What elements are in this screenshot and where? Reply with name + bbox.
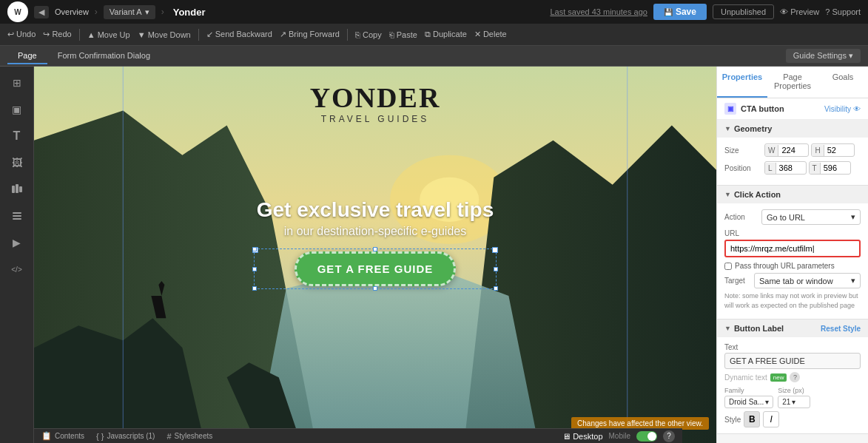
handle-br [494, 286, 498, 291]
nav-arrows: ◀ [34, 6, 49, 18]
redo-button[interactable]: ↪ Redo [43, 30, 71, 39]
button-text-display: GET A FREE GUIDE [724, 353, 861, 369]
tab-form-dialog[interactable]: Form Confirmation Dialog [47, 48, 161, 64]
tab-stylesheets[interactable]: # Stylesheets [166, 432, 212, 441]
click-action-header[interactable]: ▼ Click Action [717, 186, 868, 203]
support-button[interactable]: ? Support [825, 7, 861, 16]
help-button[interactable]: ? [663, 430, 675, 442]
sidebar-icon-section[interactable]: ▣ [5, 98, 29, 121]
page-tabs: Page Form Confirmation Dialog Guide Sett… [0, 46, 868, 67]
duplicate-button[interactable]: ⧉ Duplicate [425, 30, 467, 39]
width-input-group: W [764, 143, 809, 157]
guide-settings-btn[interactable]: Guide Settings ▾ [786, 49, 861, 63]
target-dropdown[interactable]: Same tab or window ▾ [754, 273, 861, 288]
element-header: ▣ CTA button Visibility 👁 [717, 98, 868, 120]
mobile-label: Mobile [609, 432, 630, 440]
family-col: Family Droid Sa... ▾ [724, 387, 773, 408]
canvas-area: YONDER TRAVEL GUIDES Get exclusive trave… [34, 67, 716, 443]
button-label-section: ▼ Button Label Reset Style Text GET A FR… [717, 319, 868, 434]
height-input[interactable] [824, 144, 854, 156]
pass-through-checkbox[interactable] [724, 263, 732, 270]
cta-button[interactable]: GET A FREE GUIDE [295, 251, 457, 286]
undo-button[interactable]: ↩ Undo [7, 30, 36, 39]
style-row: Style B I [724, 411, 861, 427]
size-dropdown[interactable]: 21 ▾ [778, 396, 810, 408]
target-row: Target Same tab or window ▾ [724, 273, 861, 288]
sidebar-icon-image[interactable]: 🖼 [5, 151, 29, 175]
sidebar-icon-play[interactable]: ▶ [5, 231, 29, 254]
paste-button[interactable]: ⎗ Paste [389, 30, 417, 39]
help-icon[interactable]: ? [790, 372, 800, 382]
toggle-knob [647, 432, 656, 441]
back-button[interactable]: ◀ [34, 6, 49, 18]
bring-forward-button[interactable]: ↗ Bring Forward [280, 30, 340, 39]
overview-link[interactable]: Overview [55, 7, 89, 16]
click-action-section: ▼ Click Action Action Go to URL ▾ URL [717, 186, 868, 319]
send-backward-button[interactable]: ↙ Send Backward [206, 30, 272, 39]
tab-properties[interactable]: Properties [717, 67, 767, 98]
tab-page[interactable]: Page [7, 48, 47, 64]
geometry-header[interactable]: ▼ Geometry [717, 120, 868, 138]
w-prefix: W [765, 145, 778, 156]
url-input[interactable] [726, 241, 859, 256]
hero-logo: YONDER TRAVEL GUIDES [310, 81, 441, 124]
save-button[interactable]: Save [653, 4, 707, 20]
tab-goals[interactable]: Goals [818, 67, 868, 98]
pass-through-label: Pass through URL parameters [735, 262, 835, 270]
geometry-title: Geometry [734, 124, 772, 133]
delete-button[interactable]: ✕ Delete [474, 30, 507, 39]
sidebar-icon-grid[interactable]: ⊞ [5, 71, 29, 95]
mobile-toggle[interactable] [636, 431, 657, 442]
action-row: Action Go to URL ▾ [724, 209, 861, 225]
bottom-bar: 📋 Contents { } Javascripts (1) # Stylesh… [34, 428, 682, 443]
button-label-title: Button Label [734, 324, 784, 333]
sidebar-icon-map[interactable] [5, 177, 29, 201]
svg-rect-3 [13, 212, 21, 214]
action-dropdown[interactable]: Go to URL ▾ [761, 209, 861, 225]
unpublish-button[interactable]: Unpublished [713, 4, 774, 19]
size-col: Size (px) 21 ▾ [778, 387, 810, 408]
move-down-button[interactable]: ▼ Move Down [138, 30, 191, 39]
left-input[interactable] [776, 162, 806, 174]
device-buttons: 🖥 Desktop Mobile ? [562, 430, 675, 442]
position-row: Position L T [724, 161, 861, 175]
collapse-arrow-ca: ▼ [724, 191, 731, 198]
position-label: Position [724, 164, 761, 172]
size-row: Size W H [724, 143, 861, 157]
bold-button[interactable]: B [744, 411, 760, 427]
handle-bm [373, 286, 377, 291]
move-up-button[interactable]: ▲ Move Up [87, 30, 130, 39]
svg-rect-0 [12, 186, 15, 193]
reset-style-btn[interactable]: Reset Style [821, 325, 861, 333]
tab-contents[interactable]: 📋 Contents [41, 431, 84, 441]
sidebar-icon-list[interactable] [5, 204, 29, 228]
sidebar-icon-code[interactable]: </> [5, 257, 29, 281]
button-label-header[interactable]: ▼ Button Label Reset Style [717, 319, 868, 337]
preview-button[interactable]: 👁 Preview [780, 7, 819, 16]
family-dropdown[interactable]: Droid Sa... ▾ [724, 396, 773, 408]
svg-rect-4 [13, 215, 21, 217]
family-sublabel: Family [724, 387, 773, 394]
copy-button[interactable]: ⎘ Copy [355, 30, 382, 39]
text-field-label: Text [724, 343, 861, 351]
h-prefix: H [812, 145, 824, 156]
height-input-group: H [811, 143, 854, 157]
url-label: URL [724, 229, 861, 237]
action-label: Action [724, 213, 761, 221]
hero-subheading: in our destination-specific e-guides [257, 225, 494, 238]
italic-button[interactable]: I [763, 411, 779, 427]
tab-page-properties[interactable]: Page Properties [767, 67, 818, 98]
font-family-row: Family Droid Sa... ▾ Size (px) 21 ▾ [724, 387, 861, 408]
width-input[interactable] [778, 144, 808, 156]
sidebar-icon-text[interactable]: T [5, 124, 29, 148]
tab-javascripts[interactable]: { } Javascripts (1) [96, 432, 155, 441]
variant-selector[interactable]: Variant A ▾ [104, 5, 155, 19]
click-action-body: Action Go to URL ▾ URL P [717, 203, 868, 319]
svg-rect-1 [16, 184, 18, 193]
last-saved-label[interactable]: Last saved 43 minutes ago [550, 7, 647, 16]
collapse-arrow: ▼ [724, 125, 731, 132]
desktop-button[interactable]: 🖥 Desktop [562, 432, 602, 441]
panel-tabs: Properties Page Properties Goals [717, 67, 868, 98]
top-input[interactable] [821, 162, 850, 174]
visibility-toggle[interactable]: Visibility 👁 [824, 105, 861, 113]
